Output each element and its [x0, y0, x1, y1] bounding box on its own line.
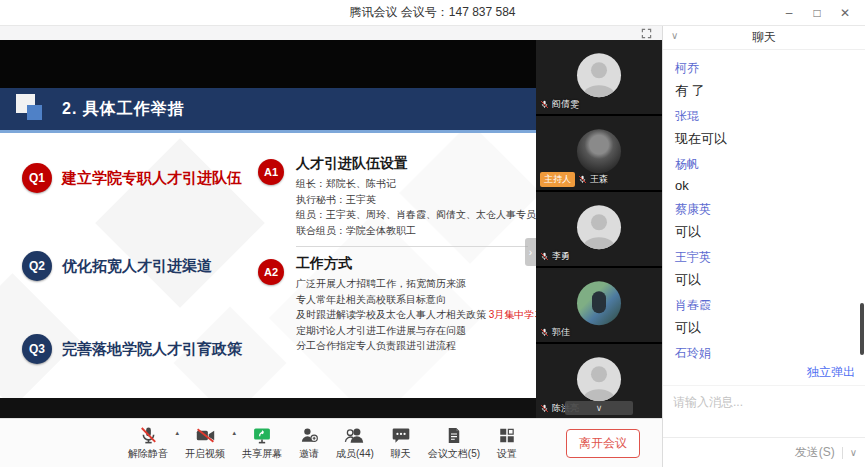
- settings-icon: [498, 425, 516, 445]
- chat-header: ∨ 聊天: [663, 26, 865, 50]
- window-controls: – □ ✕: [775, 0, 859, 26]
- chat-sender: 杨帆: [675, 156, 853, 173]
- a2-line: 广泛开展人才招聘工作，拓宽简历来源: [296, 276, 528, 292]
- chevron-down-icon[interactable]: ∨: [671, 30, 678, 41]
- q2-badge: Q2: [22, 251, 52, 281]
- chat-sender: 王宇英: [675, 249, 853, 266]
- a2-title: 工作方式: [296, 255, 528, 273]
- chat-panel: ∨ 聊天 柯乔 有 了 张琨 现在可以 杨帆 ok 蔡康英 可以 王宇英 可以 …: [662, 26, 865, 467]
- participant-name: 郭佳: [552, 326, 570, 339]
- chat-send-bar: 发送(S) ∨: [663, 437, 865, 467]
- a2-line: 专人常年赴相关高校联系目标意向: [296, 292, 528, 308]
- a1-badge: A1: [258, 159, 284, 185]
- a1-line: 执行秘书：王宇英: [296, 192, 528, 208]
- slide-title: 2. 具体工作举措: [62, 99, 185, 120]
- chat-sender: 张琨: [675, 108, 853, 125]
- a1-line: 组长：郑院长、陈书记: [296, 176, 528, 192]
- video-tile[interactable]: 陈洪亮 ∨: [536, 344, 662, 418]
- start-video-button[interactable]: ▴ 开启视频: [185, 425, 225, 461]
- a2-line: 及时跟进解读学校及太仓人事人才相关政策 3月集中学习: [296, 307, 528, 323]
- mic-muted-icon: [540, 100, 549, 109]
- divider: [842, 447, 843, 459]
- question-item: Q3 完善落地学院人才引育政策: [22, 334, 242, 364]
- video-tile[interactable]: 郭佳: [536, 268, 662, 342]
- meeting-toolbar: ▴ 解除静音 ▴ 开启视频 共享屏幕: [0, 418, 662, 467]
- settings-button[interactable]: 设置: [497, 425, 517, 461]
- share-screen-icon: [252, 425, 272, 445]
- chat-message: 现在可以: [675, 130, 853, 148]
- participant-name: 李勇: [552, 250, 570, 263]
- a1-title: 人才引进队伍设置: [296, 155, 528, 173]
- content-topbar: [0, 26, 662, 40]
- host-badge: 主持人: [540, 172, 575, 187]
- popout-chat-link[interactable]: 独立弹出: [807, 365, 855, 379]
- chat-scrollbar[interactable]: [860, 303, 864, 355]
- chat-message: 可以: [675, 319, 853, 337]
- avatar: [577, 53, 621, 97]
- close-icon[interactable]: ✕: [831, 6, 859, 20]
- q3-label: 完善落地学院人才引育政策: [62, 340, 242, 359]
- video-tile[interactable]: 主持人 王森: [536, 116, 662, 190]
- video-options-caret[interactable]: ▴: [232, 429, 236, 437]
- maximize-icon[interactable]: □: [803, 6, 831, 20]
- chat-message: 可以: [675, 223, 853, 241]
- minimize-icon[interactable]: –: [775, 6, 803, 20]
- participant-name: 阎倩雯: [552, 98, 579, 111]
- mic-muted-icon: [540, 252, 549, 261]
- members-button[interactable]: 成员(44): [336, 425, 374, 461]
- titlebar: 腾讯会议 会议号：147 837 584 – □ ✕: [0, 0, 865, 26]
- slide-logo: [16, 94, 46, 124]
- q1-label: 建立学院专职人才引进队伍: [62, 169, 242, 188]
- chat-input[interactable]: [673, 395, 855, 409]
- fullscreen-icon[interactable]: [641, 28, 652, 39]
- collapse-video-panel-button[interactable]: ›: [525, 238, 536, 266]
- avatar: [577, 357, 621, 401]
- a2-badge: A2: [258, 259, 284, 285]
- mic-muted-icon: [139, 425, 158, 445]
- video-tile[interactable]: 李勇: [536, 192, 662, 266]
- q1-badge: Q1: [22, 163, 52, 193]
- answer-block-a2: A2 工作方式 广泛开展人才招聘工作，拓宽简历来源 专人常年赴相关高校联系目标意…: [258, 255, 528, 354]
- slide-header: 2. 具体工作举措: [0, 88, 536, 130]
- invite-icon: [299, 425, 319, 445]
- invite-button[interactable]: 邀请: [299, 425, 319, 461]
- q2-label: 优化拓宽人才引进渠道: [62, 257, 212, 276]
- unmute-button[interactable]: ▴ 解除静音: [128, 425, 168, 461]
- mic-muted-icon: [540, 328, 549, 337]
- popout-row: 独立弹出: [663, 359, 865, 385]
- mic-options-caret[interactable]: ▴: [175, 429, 179, 437]
- scroll-participants-button[interactable]: ∨: [565, 401, 633, 415]
- chat-button[interactable]: 聊天: [391, 425, 411, 461]
- send-options-chevron-icon[interactable]: ∨: [850, 447, 857, 458]
- tencent-meeting-window: 腾讯会议 会议号：147 837 584 – □ ✕: [0, 0, 865, 467]
- chat-sender: 肖春霞: [675, 297, 853, 314]
- window-title: 腾讯会议 会议号：147 837 584: [349, 4, 515, 21]
- slide-body: Q1 建立学院专职人才引进队伍 Q2 优化拓宽人才引进渠道 Q3 完善落地学院人…: [0, 133, 536, 398]
- chat-message-list: 柯乔 有 了 张琨 现在可以 杨帆 ok 蔡康英 可以 王宇英 可以 肖春霞 可…: [663, 50, 865, 359]
- chat-sender: 石玲娟: [675, 345, 853, 359]
- meeting-stage: 2. 具体工作举措 Q1 建立学院专职人才引进队伍: [0, 40, 662, 418]
- letterbox-bottom: [0, 398, 536, 418]
- shared-screen: 2. 具体工作举措 Q1 建立学院专职人才引进队伍: [0, 40, 536, 418]
- video-tile[interactable]: 阎倩雯: [536, 40, 662, 114]
- slide-answers: A1 人才引进队伍设置 组长：郑院长、陈书记 执行秘书：王宇英 组员：王宇英、周…: [258, 133, 528, 354]
- participant-name: 王森: [590, 173, 608, 186]
- chat-message: 可以: [675, 271, 853, 289]
- camera-off-icon: [195, 425, 216, 445]
- chat-message: 有 了: [675, 82, 853, 100]
- a1-line: 联合组员：学院全体教职工: [296, 223, 528, 239]
- chat-input-area: [663, 385, 865, 437]
- send-button[interactable]: 发送(S): [795, 444, 835, 461]
- avatar: [577, 205, 621, 249]
- avatar: [577, 281, 621, 325]
- question-item: Q1 建立学院专职人才引进队伍: [22, 163, 242, 193]
- a2-line: 定期讨论人才引进工作进展与存在问题: [296, 323, 528, 339]
- avatar: [577, 129, 621, 173]
- chat-message: ok: [675, 178, 853, 193]
- share-screen-button[interactable]: 共享屏幕: [242, 425, 282, 461]
- leave-meeting-button[interactable]: 离开会议: [566, 429, 640, 458]
- letterbox-top: [0, 40, 536, 88]
- meeting-docs-button[interactable]: 会议文档(5): [428, 425, 480, 461]
- a2-line: 分工合作指定专人负责跟进引进流程: [296, 338, 528, 354]
- question-item: Q2 优化拓宽人才引进渠道: [22, 251, 212, 281]
